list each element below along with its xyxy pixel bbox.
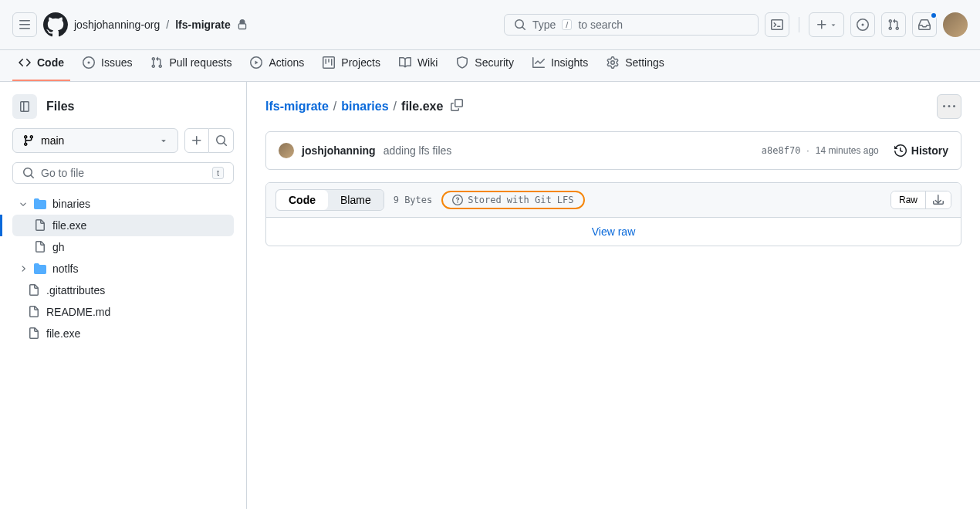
pull-request-icon: [150, 56, 163, 69]
raw-button[interactable]: Raw: [891, 191, 925, 208]
pull-request-icon: [887, 19, 900, 31]
sidebar-icon: [19, 100, 31, 113]
search-tree-button[interactable]: [209, 128, 234, 153]
download-button[interactable]: [925, 191, 951, 208]
file-tree: binaries file.exe gh notlfs .gitattribut…: [12, 193, 234, 344]
blame-view-tab[interactable]: Blame: [328, 190, 384, 210]
terminal-icon: [771, 19, 783, 31]
commit-sha[interactable]: a8e8f70: [762, 145, 801, 156]
command-palette-button[interactable]: [765, 12, 789, 37]
tab-pulls[interactable]: Pull requests: [144, 50, 238, 81]
search-icon: [514, 19, 526, 31]
tree-folder-notlfs[interactable]: notlfs: [12, 258, 234, 280]
inbox-icon: [918, 19, 931, 31]
history-link[interactable]: History: [894, 144, 948, 157]
file-size: 9 Bytes: [394, 195, 433, 205]
file-icon: [34, 219, 46, 232]
tree-file-readme[interactable]: README.md: [12, 301, 234, 323]
tab-settings[interactable]: Settings: [600, 50, 671, 81]
notifications-button[interactable]: [912, 12, 937, 37]
file-icon: [28, 327, 40, 340]
lfs-badge[interactable]: Stored with Git LFS: [441, 191, 584, 209]
tab-issues[interactable]: Issues: [76, 50, 138, 81]
branch-selector[interactable]: main: [12, 128, 178, 153]
copy-path-button[interactable]: [448, 96, 466, 117]
folder-icon: [34, 198, 46, 210]
tab-projects[interactable]: Projects: [316, 50, 387, 81]
repo-link[interactable]: lfs-migrate: [175, 19, 231, 31]
path-current-file: file.exe: [401, 100, 443, 114]
code-icon: [19, 56, 31, 69]
pull-requests-button[interactable]: [881, 12, 906, 37]
tab-wiki[interactable]: Wiki: [393, 50, 444, 81]
code-view-tab[interactable]: Code: [276, 190, 328, 210]
tree-file-file-exe-root[interactable]: file.exe: [12, 323, 234, 344]
view-raw-link[interactable]: View raw: [592, 225, 636, 238]
chevron-down-icon: [19, 199, 28, 208]
repo-nav: Code Issues Pull requests Actions Projec…: [0, 50, 980, 82]
chevron-down-icon: [159, 136, 168, 145]
file-icon: [28, 284, 40, 296]
create-new-button[interactable]: [809, 12, 844, 37]
chevron-right-icon: [19, 264, 28, 273]
file-icon: [34, 241, 46, 253]
shield-icon: [456, 56, 468, 69]
tree-folder-binaries[interactable]: binaries: [12, 193, 234, 215]
collapse-sidebar-button[interactable]: [12, 94, 37, 119]
notification-indicator: [930, 12, 938, 19]
search-key-hint: /: [562, 19, 572, 30]
issue-icon: [83, 56, 95, 69]
breadcrumb-separator: /: [166, 19, 169, 31]
history-icon: [894, 144, 907, 157]
commit-message[interactable]: adding lfs files: [384, 144, 452, 157]
add-file-button[interactable]: [184, 128, 209, 153]
folder-icon: [34, 263, 46, 275]
commit-author[interactable]: joshjohanning: [302, 144, 376, 157]
file-view-box: Code Blame 9 Bytes Stored with Git LFS R…: [265, 182, 961, 246]
tree-file-gh[interactable]: gh: [12, 236, 234, 258]
search-placeholder-prefix: Type: [532, 19, 556, 31]
tree-file-gitattributes[interactable]: .gitattributes: [12, 280, 234, 301]
hamburger-menu[interactable]: [12, 12, 37, 37]
tab-security[interactable]: Security: [450, 50, 520, 81]
path-repo-link[interactable]: lfs-migrate: [265, 100, 329, 114]
branch-icon: [22, 134, 35, 147]
file-icon: [28, 306, 40, 318]
search-input[interactable]: Type / to search: [504, 14, 759, 36]
latest-commit-box: joshjohanning adding lfs files a8e8f70 ·…: [265, 131, 961, 170]
book-icon: [399, 56, 411, 69]
sidebar-title: Files: [46, 100, 74, 114]
lock-icon: [237, 19, 248, 30]
kebab-icon: [943, 100, 955, 113]
plus-icon: [816, 19, 828, 31]
org-link[interactable]: joshjohanning-org: [74, 19, 160, 31]
file-path-breadcrumb: lfs-migrate / binaries / file.exe: [265, 96, 466, 117]
copy-icon: [451, 99, 463, 111]
issues-button[interactable]: [850, 12, 875, 37]
more-actions-button[interactable]: [937, 94, 961, 119]
path-folder-link[interactable]: binaries: [341, 100, 388, 114]
github-logo[interactable]: [43, 12, 68, 37]
hamburger-icon: [19, 19, 31, 31]
user-avatar[interactable]: [943, 12, 968, 37]
tab-actions[interactable]: Actions: [244, 50, 310, 81]
gear-icon: [607, 56, 619, 69]
issue-icon: [857, 19, 869, 31]
view-mode-tabs: Code Blame: [275, 189, 384, 211]
tab-insights[interactable]: Insights: [526, 50, 594, 81]
tab-code[interactable]: Code: [12, 50, 70, 81]
table-icon: [323, 56, 335, 69]
plus-icon: [191, 134, 203, 147]
repo-breadcrumb: joshjohanning-org / lfs-migrate: [74, 19, 248, 31]
filter-key-hint: t: [212, 167, 224, 179]
commit-avatar[interactable]: [279, 143, 294, 158]
search-icon: [22, 167, 35, 179]
search-icon: [215, 134, 228, 147]
commit-time: 14 minutes ago: [816, 145, 879, 156]
search-placeholder-suffix: to search: [578, 19, 623, 31]
chevron-down-icon: [830, 21, 837, 29]
file-filter-input[interactable]: Go to file t: [12, 162, 234, 184]
play-icon: [250, 56, 262, 69]
tree-file-file-exe[interactable]: file.exe: [12, 215, 234, 236]
graph-icon: [532, 56, 545, 69]
